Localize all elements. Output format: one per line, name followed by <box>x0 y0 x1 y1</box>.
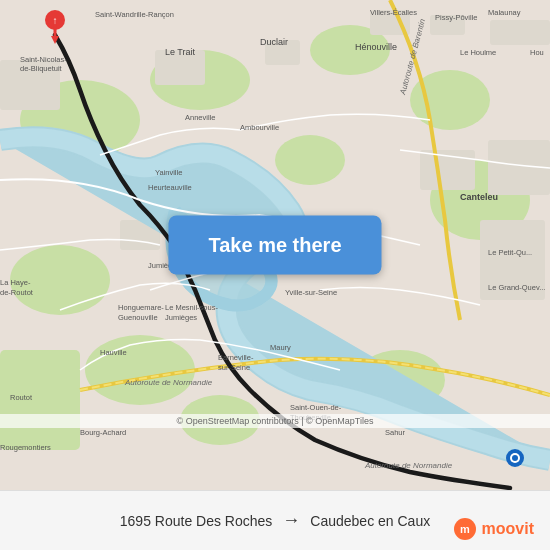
svg-point-9 <box>275 135 345 185</box>
svg-text:Guenouville: Guenouville <box>118 313 158 322</box>
svg-text:de-Bliquetuit: de-Bliquetuit <box>20 64 63 73</box>
svg-text:m: m <box>460 523 470 535</box>
svg-text:Honguemare-: Honguemare- <box>118 303 164 312</box>
map-container: ↑ Saint-Nicolas- de-Bliquetuit Saint-Wan… <box>0 0 550 490</box>
svg-text:Autoroute de Normandie: Autoroute de Normandie <box>124 378 213 387</box>
svg-text:Villers-Écalles: Villers-Écalles <box>370 8 417 17</box>
moovit-logo-text: moovit <box>482 520 534 538</box>
svg-point-27 <box>512 455 518 461</box>
svg-text:Autoroute de Normandie: Autoroute de Normandie <box>364 461 453 470</box>
moovit-icon: m <box>454 518 476 540</box>
svg-text:Jumièges: Jumièges <box>165 313 197 322</box>
svg-text:sur-Seine: sur-Seine <box>218 363 250 372</box>
svg-text:Pissy-Pôville: Pissy-Pôville <box>435 13 478 22</box>
svg-text:Yville-sur-Seine: Yville-sur-Seine <box>285 288 337 297</box>
svg-text:Bourg-Achard: Bourg-Achard <box>80 428 126 437</box>
svg-point-5 <box>85 335 195 405</box>
svg-text:Duclair: Duclair <box>260 37 288 47</box>
svg-text:Saint-Ouen-de-: Saint-Ouen-de- <box>290 403 342 412</box>
svg-text:Yainville: Yainville <box>155 168 182 177</box>
svg-text:Maury: Maury <box>270 343 291 352</box>
svg-text:Le Petit-Qu...: Le Petit-Qu... <box>488 248 532 257</box>
svg-text:↑: ↑ <box>53 15 58 26</box>
footer: 1695 Route Des Roches → Caudebec en Caux… <box>0 490 550 550</box>
footer-to: Caudebec en Caux <box>310 513 430 529</box>
svg-text:Sahur: Sahur <box>385 428 406 437</box>
svg-text:Canteleu: Canteleu <box>460 192 498 202</box>
svg-text:Malaunay: Malaunay <box>488 8 521 17</box>
footer-arrow: → <box>282 510 300 531</box>
svg-text:Hénouville: Hénouville <box>355 42 397 52</box>
svg-text:Le Grand-Quev...: Le Grand-Quev... <box>488 283 545 292</box>
svg-text:Le Trait: Le Trait <box>165 47 196 57</box>
footer-from: 1695 Route Des Roches <box>120 513 273 529</box>
svg-text:Heurteauville: Heurteauville <box>148 183 192 192</box>
svg-text:Ambourville: Ambourville <box>240 123 279 132</box>
svg-text:Routot: Routot <box>10 393 33 402</box>
map-attribution: © OpenStreetMap contributors | © OpenMap… <box>0 414 550 428</box>
svg-text:Le Mesnil-sous-: Le Mesnil-sous- <box>165 303 218 312</box>
svg-text:Anneville: Anneville <box>185 113 215 122</box>
moovit-logo: m moovit <box>454 518 534 540</box>
svg-text:Le Houlme: Le Houlme <box>460 48 496 57</box>
svg-rect-19 <box>490 20 550 45</box>
svg-text:Saint-Nicolas-: Saint-Nicolas- <box>20 55 67 64</box>
svg-text:Hou: Hou <box>530 48 544 57</box>
take-me-there-button[interactable]: Take me there <box>168 216 381 275</box>
svg-text:Rougemontiers: Rougemontiers <box>0 443 51 452</box>
svg-text:La Haye-: La Haye- <box>0 278 31 287</box>
svg-text:Saint-Wandrille-Rançon: Saint-Wandrille-Rançon <box>95 10 174 19</box>
svg-text:Hauville: Hauville <box>100 348 127 357</box>
svg-text:de-Routot: de-Routot <box>0 288 34 297</box>
svg-text:Barneville-: Barneville- <box>218 353 254 362</box>
